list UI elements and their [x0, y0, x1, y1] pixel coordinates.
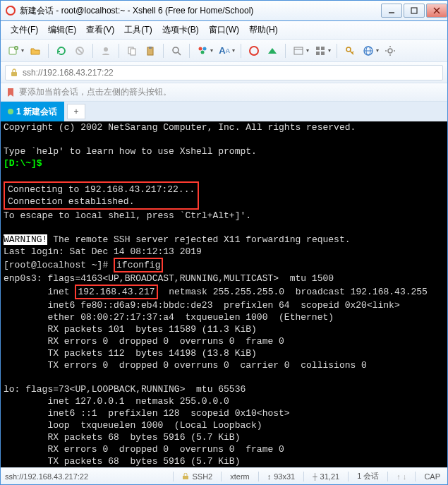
highlight-box: ifconfig [114, 258, 163, 273]
layout-icon[interactable] [290, 42, 307, 59]
address-input-wrap [5, 65, 443, 80]
svg-line-10 [78, 49, 82, 53]
status-size: ↕93x31 [265, 472, 298, 481]
tip-text: 要添加当前会话，点击左侧的箭头按钮。 [19, 86, 171, 98]
highlight-box: Connecting to 192.168.43.217:22... Conne… [4, 181, 199, 210]
svg-rect-26 [316, 52, 320, 55]
svg-point-11 [104, 47, 108, 52]
new-tab-button[interactable]: + [67, 104, 85, 119]
dropdown-icon[interactable]: ▾ [232, 47, 235, 54]
tab-bar: 1 新建会话 + [1, 102, 447, 121]
menu-help[interactable]: 帮助(H) [245, 23, 282, 37]
lock-icon [182, 473, 189, 480]
tab-label: 1 新建会话 [16, 106, 57, 118]
dropdown-icon[interactable]: ▾ [328, 47, 331, 54]
status-updown: ↑ ↓ [394, 472, 409, 481]
dropdown-icon[interactable]: ▾ [306, 47, 309, 54]
menu-file[interactable]: 文件(F) [6, 23, 42, 37]
xshell-icon[interactable] [246, 42, 262, 59]
toolbar: ▾ ▾ AA ▾ ▾ ▾ ▾ [1, 40, 447, 62]
svg-point-21 [250, 47, 258, 55]
svg-point-20 [201, 50, 205, 54]
address-bar [1, 62, 447, 83]
status-dot-icon [8, 109, 13, 114]
status-pos: ┼31,21 [310, 472, 342, 481]
svg-rect-22 [294, 47, 303, 54]
svg-line-17 [178, 52, 181, 55]
menu-window[interactable]: 窗口(W) [205, 23, 243, 37]
copy-icon[interactable] [123, 42, 140, 59]
profile-icon[interactable] [97, 42, 114, 59]
window-titlebar: 新建会话 - root@localhost:~ - Xshell 6 (Free… [0, 0, 448, 21]
bookmark-icon[interactable] [6, 88, 15, 97]
minimize-button[interactable] [381, 4, 402, 18]
dropdown-icon[interactable]: ▾ [376, 47, 379, 54]
new-session-icon[interactable] [5, 42, 22, 59]
tip-bar: 要添加当前会话，点击左侧的箭头按钮。 [1, 83, 447, 102]
svg-point-19 [203, 47, 207, 50]
key-icon[interactable] [341, 42, 358, 59]
status-term: xterm [227, 472, 253, 481]
svg-rect-39 [11, 72, 17, 76]
status-connection: ssh://192.168.43.217:22 [5, 472, 167, 481]
palette-icon[interactable] [194, 42, 211, 59]
grid-icon[interactable] [312, 42, 329, 59]
status-bar: ssh://192.168.43.217:22 SSH2 xterm ↕93x3… [1, 467, 447, 484]
status-sessions: 1 会话 [354, 471, 382, 481]
resize-icon: ↕ [267, 472, 272, 481]
close-button[interactable] [426, 4, 447, 18]
highlight-box: 192.168.43.217 [75, 285, 157, 299]
font-icon[interactable]: AA [216, 42, 233, 59]
globe-icon[interactable] [360, 42, 377, 59]
app-icon [5, 5, 16, 16]
menu-view[interactable]: 查看(V) [82, 23, 119, 37]
svg-line-30 [352, 52, 353, 53]
menu-edit[interactable]: 编辑(E) [44, 23, 80, 37]
menu-tabs[interactable]: 选项卡(B) [158, 23, 203, 37]
paste-icon[interactable] [142, 42, 159, 59]
svg-rect-2 [411, 8, 417, 13]
status-cap: CAP [421, 472, 443, 481]
svg-rect-15 [149, 47, 152, 49]
search-icon[interactable] [168, 42, 185, 59]
lock-icon [10, 68, 18, 77]
settings-icon[interactable] [382, 42, 399, 59]
svg-rect-40 [183, 476, 188, 479]
svg-rect-27 [321, 52, 325, 55]
maximize-button[interactable] [404, 4, 425, 18]
svg-rect-24 [316, 47, 320, 50]
address-input[interactable] [23, 68, 438, 78]
terminal[interactable]: Copyright (c) 2002 NetSarang Computer, I… [1, 121, 447, 467]
status-proto: SSH2 [179, 472, 215, 481]
menu-bar: 文件(F) 编辑(E) 查看(V) 工具(T) 选项卡(B) 窗口(W) 帮助(… [1, 21, 447, 40]
svg-rect-13 [131, 49, 135, 55]
dropdown-icon[interactable]: ▾ [21, 47, 24, 54]
disconnect-icon[interactable] [71, 42, 88, 59]
open-session-icon[interactable] [27, 42, 44, 59]
svg-rect-25 [321, 47, 325, 50]
dropdown-icon[interactable]: ▾ [210, 47, 213, 54]
reconnect-icon[interactable] [53, 42, 70, 59]
window-title: 新建会话 - root@localhost:~ - Xshell 6 (Free… [20, 5, 380, 17]
menu-tools[interactable]: 工具(T) [120, 23, 156, 37]
svg-point-18 [199, 47, 202, 50]
svg-point-34 [388, 49, 392, 53]
xftp-icon[interactable] [264, 42, 281, 59]
tab-session-1[interactable]: 1 新建会话 [1, 102, 64, 121]
svg-point-16 [173, 47, 178, 53]
